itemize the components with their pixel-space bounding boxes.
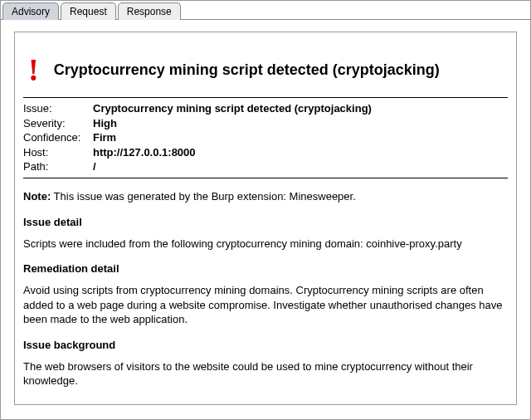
- tab-request[interactable]: Request: [61, 2, 116, 20]
- meta-severity-label: Severity:: [23, 116, 93, 131]
- meta-host-value: http://127.0.0.1:8000: [93, 145, 196, 160]
- meta-path-value: /: [93, 159, 96, 174]
- meta-host-label: Host:: [23, 145, 93, 160]
- content-area: ! Cryptocurrency mining script detected …: [1, 20, 530, 418]
- note-label: Note:: [23, 190, 51, 203]
- meta-block: Issue: Cryptocurrency mining script dete…: [23, 98, 508, 178]
- issue-title: Cryptocurrency mining script detected (c…: [54, 61, 440, 79]
- meta-issue: Issue: Cryptocurrency mining script dete…: [23, 101, 508, 116]
- separator-bottom: [23, 178, 508, 178]
- remediation-title: Remediation detail: [23, 262, 508, 275]
- title-row: ! Cryptocurrency mining script detected …: [23, 39, 508, 97]
- meta-confidence: Confidence: Firm: [23, 130, 508, 145]
- tab-advisory[interactable]: Advisory: [2, 2, 59, 20]
- background-body: The web browsers of visitors to the webs…: [23, 359, 508, 388]
- warning-icon: !: [28, 54, 39, 85]
- meta-path-label: Path:: [23, 159, 93, 174]
- meta-severity: Severity: High: [23, 116, 508, 131]
- meta-severity-value: High: [93, 116, 117, 131]
- issue-detail-body: Scripts were included from the following…: [23, 237, 508, 252]
- advisory-panel: ! Cryptocurrency mining script detected …: [14, 32, 517, 405]
- meta-host: Host: http://127.0.0.1:8000: [23, 145, 508, 160]
- meta-path: Path: /: [23, 159, 508, 174]
- meta-confidence-label: Confidence:: [23, 130, 93, 145]
- note-block: Note: This issue was generated by the Bu…: [23, 190, 508, 203]
- note-text: This issue was generated by the Burp ext…: [51, 190, 356, 203]
- issue-detail-title: Issue detail: [23, 216, 508, 228]
- background-title: Issue background: [23, 339, 508, 351]
- tab-response[interactable]: Response: [118, 2, 181, 20]
- remediation-body: Avoid using scripts from cryptocurrency …: [23, 283, 508, 327]
- meta-confidence-value: Firm: [93, 130, 116, 145]
- tab-bar: Advisory Request Response: [1, 1, 530, 20]
- advisory-window: Advisory Request Response ! Cryptocurren…: [0, 0, 531, 420]
- meta-issue-value: Cryptocurrency mining script detected (c…: [93, 101, 372, 116]
- meta-issue-label: Issue:: [23, 101, 93, 116]
